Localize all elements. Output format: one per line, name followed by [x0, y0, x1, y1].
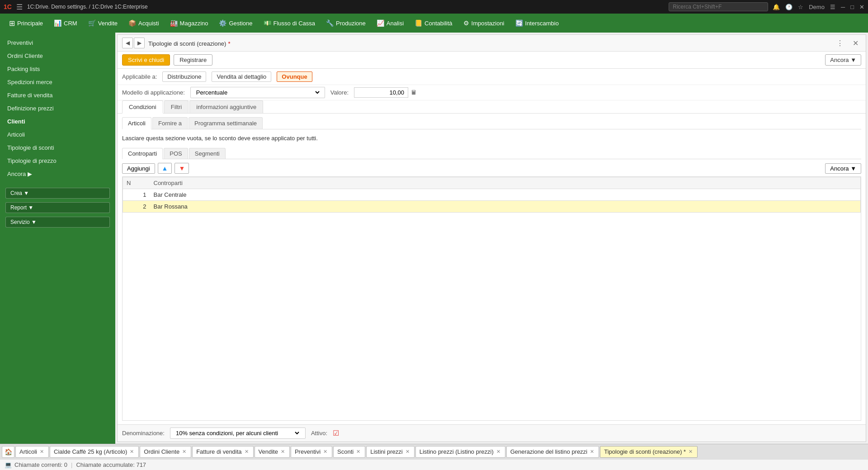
nav-acquisti[interactable]: 📦 Acquisti [124, 18, 164, 28]
taskbar-tab-articoli[interactable]: Articoli ✕ [15, 446, 49, 458]
minimize-icon[interactable]: ─ [841, 4, 845, 10]
settings-icon[interactable]: ☰ [830, 4, 835, 10]
sidebar-item-articoli[interactable]: Articoli [0, 128, 115, 141]
tab-close-sconti[interactable]: ✕ [355, 449, 361, 455]
tab-close-articoli[interactable]: ✕ [39, 449, 45, 455]
sidebar-item-tipologie-prezzo[interactable]: Tipologie di prezzo [0, 154, 115, 167]
computer-icon: 💻 [5, 461, 12, 468]
nav-gestione[interactable]: ⚙️ Gestione [214, 18, 257, 28]
save-close-button[interactable]: Scrivi e chiudi [122, 54, 170, 66]
doc-header-actions: ⋮ ✕ [834, 38, 861, 48]
subtab-fornire-a[interactable]: Fornire a [152, 117, 188, 129]
report-button[interactable]: Report ▼ [5, 202, 110, 213]
denominazione-dropdown[interactable]: 10% senza condizioni, per alcuni clienti [170, 427, 306, 439]
valore-input[interactable] [354, 87, 408, 98]
taskbar-tab-listino-prezzi[interactable]: Listino prezzi (Listino prezzi) ✕ [415, 446, 505, 458]
search-input[interactable] [669, 2, 768, 11]
nav-principale[interactable]: ⊞ Principale [5, 17, 47, 29]
sidebar-item-preventivi[interactable]: Preventivi [0, 36, 115, 49]
tab-close-tipologie-sconti[interactable]: ✕ [688, 449, 693, 455]
doc-close-icon[interactable]: ✕ [850, 38, 861, 48]
servizio-button[interactable]: Servizio ▼ [5, 217, 110, 228]
nav-vendite[interactable]: 🛒 Vendite [84, 18, 122, 28]
valore-label: Valore: [330, 89, 349, 96]
vendita-toggle[interactable]: Vendita al dettaglio [212, 71, 271, 82]
modello-dropdown[interactable]: Percentuale [190, 87, 325, 98]
tab-close-listini[interactable]: ✕ [405, 449, 410, 455]
nav-analisi[interactable]: 📈 Analisi [372, 18, 408, 28]
tab-condizioni[interactable]: Condizioni [122, 100, 163, 114]
sidebar-item-tipologie-sconti[interactable]: Tipologie di sconti [0, 141, 115, 154]
nav-magazzino[interactable]: 🏭 Magazzino [165, 18, 213, 28]
ovunque-toggle[interactable]: Ovunque [277, 71, 312, 82]
bell-icon[interactable]: 🔔 [773, 4, 780, 10]
tab-close-ordini[interactable]: ✕ [181, 449, 187, 455]
applicabile-a-label: Applicabile a: [122, 73, 157, 80]
inner-tab-pos[interactable]: POS [164, 148, 188, 159]
history-icon[interactable]: 🕐 [785, 4, 793, 10]
attivo-checkbox[interactable]: ☑ [333, 429, 339, 437]
main-tabs: Condizioni Filtri informazioni aggiuntiv… [118, 100, 866, 114]
ancora-button[interactable]: Ancora ▼ [825, 54, 861, 66]
table-row[interactable]: 2 Bar Rossana [123, 201, 861, 213]
sidebar-item-ordini[interactable]: Ordini Cliente [0, 49, 115, 62]
denominazione-select[interactable]: 10% senza condizioni, per alcuni clienti [174, 429, 301, 437]
taskbar-tab-preventivi[interactable]: Preventivi ✕ [291, 446, 332, 458]
tab-close-cialde[interactable]: ✕ [129, 449, 135, 455]
user-label: Demo [809, 4, 825, 10]
home-button[interactable]: 🏠 [2, 446, 14, 458]
tab-close-preventivi[interactable]: ✕ [322, 449, 328, 455]
back-button[interactable]: ◀ [122, 38, 133, 48]
taskbar-tab-sconti[interactable]: Sconti ✕ [333, 446, 365, 458]
crea-button[interactable]: Crea ▼ [5, 188, 110, 199]
inner-tab-segmenti[interactable]: Segmenti [189, 148, 226, 159]
hamburger-icon[interactable]: ☰ [16, 3, 23, 11]
sidebar-item-spedizioni[interactable]: Spedizioni merce [0, 76, 115, 89]
row-n: 2 [123, 201, 150, 213]
vendite-icon: 🛒 [88, 19, 96, 27]
sidebar-item-packing[interactable]: Packing lists [0, 62, 115, 76]
tab-close-fatture[interactable]: ✕ [244, 449, 250, 455]
taskbar-tab-vendite[interactable]: Vendite ✕ [255, 446, 290, 458]
sidebar-item-ancora[interactable]: Ancora ▶ [0, 167, 115, 180]
chiamate-accumulate: Chiamate accumulate: 717 [76, 461, 146, 468]
tab-close-listino-prezzi[interactable]: ✕ [495, 449, 501, 455]
taskbar-tab-generazione[interactable]: Generazione del listino prezzi ✕ [506, 446, 599, 458]
tab-close-generazione[interactable]: ✕ [589, 449, 595, 455]
tab-close-vendite[interactable]: ✕ [280, 449, 286, 455]
move-down-button[interactable]: ▼ [175, 163, 189, 174]
nav-flusso[interactable]: 💵 Flusso di Cassa [259, 18, 320, 28]
star-icon[interactable]: ☆ [798, 4, 803, 10]
nav-crm[interactable]: 📊 CRM [49, 18, 82, 28]
col-header-controparti: Controparti [150, 177, 861, 189]
taskbar-tab-listini[interactable]: Listini prezzi ✕ [366, 446, 415, 458]
move-up-button[interactable]: ▲ [158, 163, 172, 174]
nav-produzione[interactable]: 🔧 Produzione [321, 18, 370, 28]
tab-filtri[interactable]: Filtri [164, 100, 189, 113]
nav-interscambio[interactable]: 🔄 Interscambio [511, 18, 563, 28]
nav-contabilita[interactable]: 📒 Contabilità [410, 18, 457, 28]
taskbar-tab-fatture[interactable]: Fatture di vendita ✕ [192, 446, 253, 458]
table-row[interactable]: 1 Bar Centrale [123, 189, 861, 201]
subtab-articoli[interactable]: Articoli [122, 117, 151, 129]
subtab-programma[interactable]: Programma settimanale [189, 117, 263, 129]
sidebar-item-definizione[interactable]: Definizione prezzi [0, 102, 115, 115]
aggiungi-button[interactable]: Aggiungi [122, 163, 155, 174]
close-icon[interactable]: ✕ [859, 4, 864, 10]
table-ancora-button[interactable]: Ancora ▼ [825, 163, 861, 174]
nav-impostazioni[interactable]: ⚙ Impostazioni [459, 18, 509, 28]
sidebar-item-clienti[interactable]: Clienti [0, 115, 115, 128]
forward-button[interactable]: ▶ [134, 38, 145, 48]
inner-tab-controparti[interactable]: Controparti [122, 148, 163, 159]
more-options-icon[interactable]: ⋮ [834, 38, 846, 48]
taskbar-tab-ordini[interactable]: Ordini Cliente ✕ [140, 446, 191, 458]
restore-icon[interactable]: □ [850, 4, 854, 10]
taskbar-tab-cialde[interactable]: Cialde Caffè 25 kg (Articolo) ✕ [50, 446, 139, 458]
calculator-icon[interactable]: 🖩 [411, 89, 417, 96]
register-button[interactable]: Registrare [174, 54, 212, 66]
tab-info-aggiuntive[interactable]: informazioni aggiuntive [189, 100, 263, 113]
taskbar-tab-tipologie-sconti[interactable]: Tipologie di sconti (creazione) * ✕ [600, 446, 698, 458]
sidebar-item-fatture[interactable]: Fatture di vendita [0, 89, 115, 102]
distribuzione-toggle[interactable]: Distribuzione [162, 71, 206, 82]
modello-select[interactable]: Percentuale [194, 89, 321, 96]
